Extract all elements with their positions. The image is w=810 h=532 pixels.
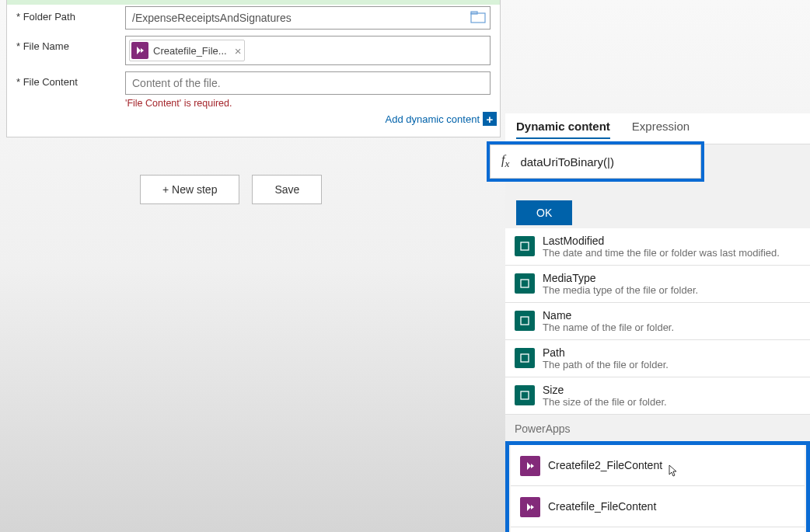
- flyout-tabs: Dynamic content Expression: [505, 113, 810, 144]
- expression-editor-highlight: fx dataUriToBinary(|): [487, 141, 704, 182]
- svg-rect-4: [521, 317, 529, 325]
- save-button[interactable]: Save: [252, 175, 322, 204]
- list-item[interactable]: SizeThe size of the file or folder.: [505, 377, 810, 415]
- token-createfile-file[interactable]: Createfile_File... ×: [129, 40, 245, 61]
- list-item[interactable]: MediaTypeThe media type of the file or f…: [505, 266, 810, 303]
- powerapps-icon: [520, 497, 540, 517]
- label-folder-path: Folder Path: [16, 6, 125, 23]
- action-card: Folder Path File Name Createfile_File...…: [6, 0, 501, 137]
- add-dynamic-content-icon[interactable]: +: [483, 112, 497, 126]
- token-label: Createfile_File...: [153, 45, 227, 57]
- step-buttons: + New step Save: [140, 175, 322, 204]
- list-item[interactable]: NameThe name of the file or folder.: [505, 303, 810, 340]
- folder-path-input[interactable]: [125, 6, 491, 30]
- file-content-placeholder: Content of the file.: [129, 75, 224, 91]
- svg-rect-3: [521, 280, 529, 287]
- svg-rect-6: [521, 391, 529, 399]
- row-folder-path: Folder Path: [7, 0, 500, 30]
- add-dynamic-row: Add dynamic content +: [7, 109, 500, 130]
- cursor-icon: [665, 464, 678, 476]
- tab-dynamic-content[interactable]: Dynamic content: [516, 120, 610, 139]
- expression-editor[interactable]: fx dataUriToBinary(|): [490, 144, 701, 179]
- tab-expression[interactable]: Expression: [632, 120, 690, 139]
- list-item[interactable]: Createfile_FileName: [511, 527, 805, 532]
- powerapps-list-highlight: Createfile2_FileContent Createfile_FileC…: [505, 441, 810, 532]
- connector-icon: [515, 236, 535, 256]
- connector-icon: [515, 348, 535, 368]
- dynamic-content-flyout: Dynamic content Expression fx dataUriToB…: [505, 113, 810, 532]
- svg-rect-2: [521, 242, 529, 250]
- file-content-input[interactable]: Content of the file.: [125, 71, 491, 95]
- powerapps-icon: [131, 42, 148, 59]
- connector-icon: [515, 311, 535, 331]
- row-file-name: File Name Createfile_File... ×: [7, 30, 500, 65]
- connector-icon: [515, 385, 535, 405]
- flyout-body: OK LastModifiedThe date and time the fil…: [505, 144, 810, 532]
- list-item[interactable]: Createfile_FileContent: [511, 486, 805, 527]
- powerapps-icon: [520, 456, 540, 476]
- list-item[interactable]: Createfile2_FileContent: [511, 445, 805, 486]
- token-remove-icon[interactable]: ×: [235, 44, 242, 57]
- dynamic-item-list: LastModifiedThe date and time the file o…: [505, 228, 810, 415]
- file-name-input[interactable]: Createfile_File... ×: [125, 36, 491, 65]
- label-file-content: File Content: [16, 71, 125, 88]
- folder-picker-icon[interactable]: [470, 10, 486, 24]
- fx-icon: fx: [501, 153, 509, 170]
- ok-button[interactable]: OK: [516, 200, 572, 225]
- new-step-button[interactable]: + New step: [140, 175, 239, 204]
- expression-text: dataUriToBinary(|): [520, 155, 614, 169]
- add-dynamic-content-link[interactable]: Add dynamic content: [386, 113, 480, 125]
- label-file-name: File Name: [16, 36, 125, 52]
- file-content-error: 'File Content' is required.: [125, 98, 491, 109]
- group-powerapps: PowerApps: [505, 415, 810, 441]
- list-item[interactable]: LastModifiedThe date and time the file o…: [505, 228, 810, 266]
- svg-rect-0: [471, 13, 485, 23]
- row-file-content: File Content Content of the file. 'File …: [7, 65, 500, 109]
- connector-icon: [515, 273, 535, 294]
- list-item[interactable]: PathThe path of the file or folder.: [505, 340, 810, 377]
- svg-rect-5: [521, 354, 529, 362]
